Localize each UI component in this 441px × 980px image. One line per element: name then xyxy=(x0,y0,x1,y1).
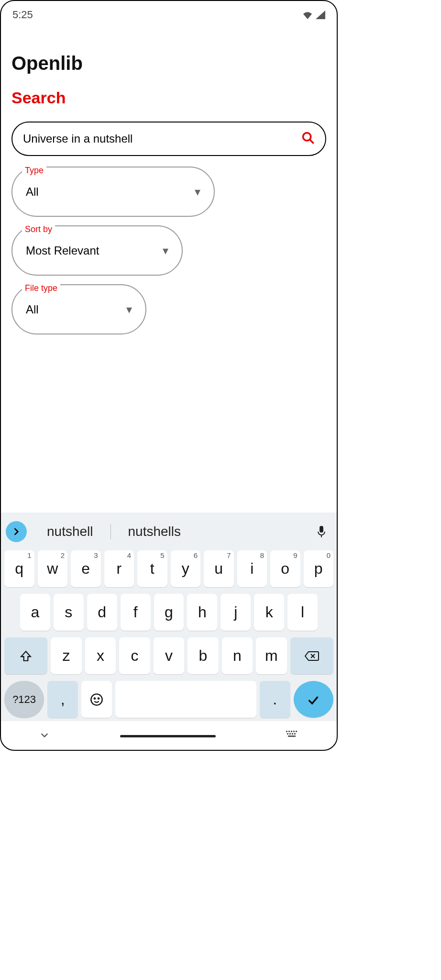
suggestions: nutshell nutshells xyxy=(30,524,308,539)
suggestion-1[interactable]: nutshell xyxy=(30,524,110,539)
app-title: Openlib xyxy=(11,53,326,74)
type-label: Type xyxy=(22,166,46,176)
suggestion-row: nutshell nutshells xyxy=(1,516,337,547)
wifi-icon xyxy=(302,11,313,19)
expand-suggestions-button[interactable] xyxy=(6,521,27,542)
sort-label: Sort by xyxy=(22,224,55,234)
key-p[interactable]: p0 xyxy=(304,550,334,587)
cell-signal-icon xyxy=(316,11,325,19)
svg-rect-2 xyxy=(320,526,323,533)
svg-rect-10 xyxy=(288,731,290,732)
chevron-down-icon: ▾ xyxy=(163,244,168,257)
comma-key[interactable]: , xyxy=(47,681,78,718)
type-field: Type All ▾ xyxy=(11,167,326,217)
svg-rect-17 xyxy=(294,733,296,735)
svg-point-7 xyxy=(94,698,95,699)
nav-keyboard-icon[interactable] xyxy=(286,731,298,741)
key-a[interactable]: a xyxy=(20,594,50,631)
keyboard: nutshell nutshells q1w2e3r4t5y6u7i8o9p0 … xyxy=(1,512,337,721)
enter-key[interactable] xyxy=(294,681,333,718)
nav-collapse-icon[interactable] xyxy=(39,730,50,742)
key-b[interactable]: b xyxy=(187,637,218,674)
svg-rect-11 xyxy=(291,731,292,732)
nav-home-pill[interactable] xyxy=(120,735,216,737)
search-input[interactable] xyxy=(23,132,301,145)
filetype-field: File type All ▾ xyxy=(11,284,326,334)
key-row-2: asdfghjkl xyxy=(1,590,337,634)
search-icon[interactable] xyxy=(301,131,315,146)
shift-key[interactable] xyxy=(4,637,47,674)
key-c[interactable]: c xyxy=(119,637,150,674)
section-title: Search xyxy=(11,89,326,107)
svg-point-0 xyxy=(303,133,311,141)
key-l[interactable]: l xyxy=(287,594,318,631)
key-s[interactable]: s xyxy=(54,594,84,631)
suggestion-2[interactable]: nutshells xyxy=(110,524,198,539)
key-m[interactable]: m xyxy=(256,637,287,674)
app-content: Openlib Search Type All ▾ Sort by Most R… xyxy=(1,24,337,345)
key-z[interactable]: z xyxy=(51,637,81,674)
key-y[interactable]: y6 xyxy=(171,550,201,587)
key-row-1: q1w2e3r4t5y6u7i8o9p0 xyxy=(1,547,337,590)
search-field[interactable] xyxy=(11,122,326,156)
filetype-label: File type xyxy=(22,283,60,293)
key-row-3: zxcvbnm xyxy=(1,634,337,678)
filetype-value: All xyxy=(26,303,39,316)
key-h[interactable]: h xyxy=(187,594,217,631)
status-icons xyxy=(302,11,325,19)
key-d[interactable]: d xyxy=(87,594,117,631)
key-k[interactable]: k xyxy=(254,594,284,631)
key-f[interactable]: f xyxy=(121,594,151,631)
emoji-key[interactable] xyxy=(81,681,112,718)
svg-rect-13 xyxy=(296,731,297,732)
svg-line-1 xyxy=(310,140,314,144)
key-r[interactable]: r4 xyxy=(104,550,134,587)
svg-rect-18 xyxy=(288,735,296,737)
svg-rect-16 xyxy=(292,733,293,735)
key-u[interactable]: u7 xyxy=(204,550,234,587)
type-value: All xyxy=(26,185,39,199)
key-o[interactable]: o9 xyxy=(270,550,300,587)
sort-value: Most Relevant xyxy=(26,244,99,257)
key-row-4: ?123 , . xyxy=(1,678,337,721)
space-key[interactable] xyxy=(115,681,256,718)
mic-button[interactable] xyxy=(311,525,332,538)
svg-rect-9 xyxy=(286,731,287,732)
chevron-down-icon: ▾ xyxy=(195,185,200,199)
status-time: 5:25 xyxy=(12,9,33,21)
svg-rect-12 xyxy=(293,731,295,732)
chevron-down-icon: ▾ xyxy=(126,303,132,316)
key-e[interactable]: e3 xyxy=(71,550,101,587)
key-w[interactable]: w2 xyxy=(38,550,68,587)
key-x[interactable]: x xyxy=(85,637,116,674)
nav-bar xyxy=(1,722,337,750)
key-g[interactable]: g xyxy=(154,594,184,631)
svg-point-6 xyxy=(91,694,102,705)
key-t[interactable]: t5 xyxy=(137,550,167,587)
svg-rect-15 xyxy=(289,733,291,735)
symbols-key[interactable]: ?123 xyxy=(4,681,44,718)
svg-point-8 xyxy=(98,698,99,699)
period-key[interactable]: . xyxy=(260,681,290,718)
sort-field: Sort by Most Relevant ▾ xyxy=(11,225,326,276)
key-q[interactable]: q1 xyxy=(4,550,34,587)
svg-rect-14 xyxy=(287,733,288,735)
backspace-key[interactable] xyxy=(290,637,333,674)
key-j[interactable]: j xyxy=(220,594,251,631)
status-bar: 5:25 xyxy=(1,1,337,24)
key-n[interactable]: n xyxy=(222,637,253,674)
key-v[interactable]: v xyxy=(154,637,184,674)
key-i[interactable]: i8 xyxy=(237,550,267,587)
